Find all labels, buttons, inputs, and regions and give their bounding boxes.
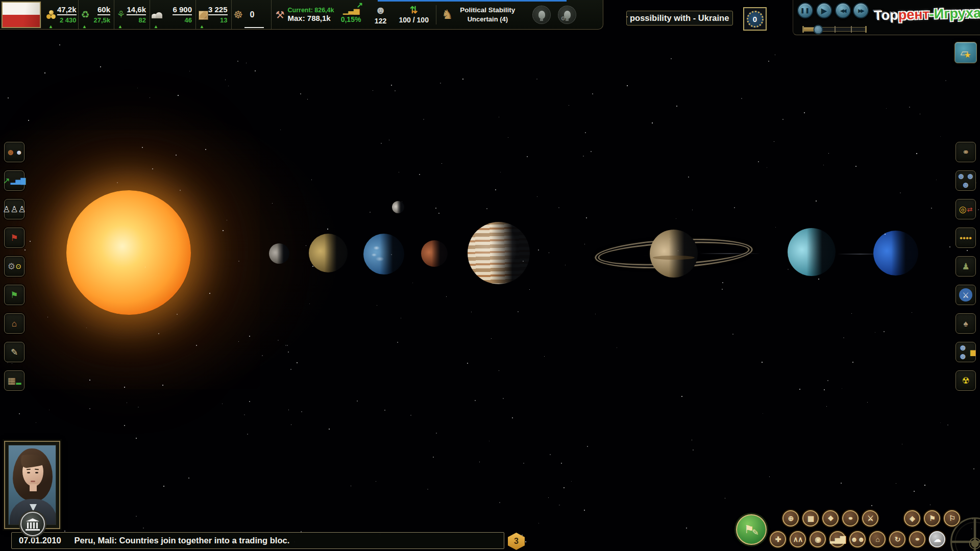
resource-value: 14,6k	[127, 5, 146, 15]
star	[178, 95, 179, 96]
poland-flag[interactable]	[2, 2, 41, 28]
sidebar-budget[interactable]: ▦ ▂	[4, 370, 24, 391]
map-mode-world[interactable]: ⊕	[782, 510, 799, 527]
political-stability[interactable]: ♞ Political Stability Uncertain (4)	[442, 6, 518, 23]
government-building-badge[interactable]	[20, 512, 45, 536]
news-count: 3	[514, 537, 519, 546]
star	[399, 172, 399, 172]
capacity-value: 100 / 100	[399, 16, 429, 24]
star	[479, 462, 480, 462]
star	[376, 481, 376, 482]
map-mode-icon: ⚐	[949, 515, 955, 522]
sidebar-wars[interactable]: ⚔	[955, 285, 976, 305]
sidebar-icon-extra: ☻	[16, 149, 23, 156]
sidebar-icon: ♙♙♙	[3, 205, 26, 214]
star	[351, 486, 351, 486]
sidebar-icon-extra: ▂	[16, 378, 21, 384]
sidebar-laws[interactable]: ✎	[4, 342, 24, 362]
star	[391, 85, 392, 86]
resource-renewables[interactable]: ♻ ▲ 60k 27,5k	[79, 0, 114, 29]
star	[86, 328, 87, 328]
map-mode-row2: ✚ ∧∧ ◉ ▂▅▇ ☻☻ ⌂ ↻ ⚭ ☁	[770, 531, 945, 547]
growth-indicator[interactable]: ▁▃▅ ↗ 0,15%	[340, 6, 362, 24]
star	[722, 282, 723, 283]
star	[688, 177, 689, 178]
map-mode-technology[interactable]: ▦	[802, 510, 819, 527]
star	[136, 516, 137, 517]
news-message: Peru, Mali: Countries join together into…	[75, 536, 290, 545]
sidebar-trade[interactable]: ◎ ⇄	[955, 199, 976, 219]
game-speed-slider[interactable]	[802, 27, 867, 32]
sidebar-population[interactable]: ♙♙♙	[4, 199, 24, 219]
map-mode-relations[interactable]: ⚭	[842, 510, 859, 527]
map-mode-icon: ✚	[775, 536, 781, 543]
workforce-indicator[interactable]: ⚒ Current: 826,4k Max: 788,1k	[272, 7, 333, 22]
star	[617, 347, 617, 348]
advisor-portrait[interactable]	[4, 441, 60, 529]
map-mode-espionage[interactable]: ◉	[810, 531, 826, 547]
idea-gear-bulb-button[interactable]: ⚙	[558, 6, 576, 24]
sidebar-construction[interactable]: ⌂	[4, 313, 24, 334]
notification-progress-line	[378, 0, 567, 2]
war-possibility-ticker[interactable]: r possibility with - Ukraine	[626, 11, 733, 26]
star	[561, 463, 562, 464]
solar-system-map[interactable]	[0, 0, 980, 551]
slider-cap	[802, 26, 804, 33]
resource-shipping[interactable]: ☸ 0	[232, 0, 272, 29]
map-mode-economy[interactable]: ▂▅▇	[829, 531, 846, 547]
rewind-button[interactable]: ◀◀	[835, 3, 851, 18]
star	[309, 304, 310, 304]
map-mode-regions[interactable]: ✚	[770, 531, 786, 547]
sidebar-government[interactable]: ☻ ☻	[4, 142, 24, 162]
star	[427, 489, 428, 490]
trend-up-icon: ▲	[200, 24, 204, 29]
map-paint-mode-button[interactable]: ⚑ ✎	[736, 514, 767, 545]
sidebar-politics[interactable]: ⚑	[4, 285, 24, 305]
star	[436, 433, 437, 434]
map-mode-icon: ⚔	[867, 515, 873, 522]
resource-goods[interactable]: ▲ 3 225 13	[196, 0, 232, 29]
idea-bulb-button[interactable]	[532, 6, 551, 24]
star	[558, 207, 559, 208]
head-icon: ☻	[375, 4, 386, 16]
map-mode-claims[interactable]: ⚐	[944, 510, 960, 527]
research-heads-indicator[interactable]: ☻ 122	[370, 4, 392, 24]
star	[209, 293, 210, 294]
pause-button[interactable]: ❚❚	[797, 3, 813, 18]
sidebar-military[interactable]: ♟	[955, 256, 976, 277]
fast-forward-button[interactable]: ▶▶	[853, 3, 869, 18]
map-mode-alliances[interactable]: ⚭	[909, 531, 925, 547]
resource-minerals[interactable]: ▲ 6 900 46	[150, 0, 196, 29]
capacity-indicator[interactable]: ⇅ 100 / 100	[399, 5, 429, 24]
events-notification-button[interactable]: ▱ ★	[954, 42, 977, 63]
resource-agriculture[interactable]: ⚘ ▲ 14,6k 82	[114, 0, 150, 29]
map-mode-factions[interactable]: ❖	[822, 510, 839, 527]
map-mode-population[interactable]: ☻☻	[849, 531, 866, 547]
map-mode-government[interactable]: ⌂	[869, 531, 886, 547]
sidebar-economy[interactable]: ↗ ▂▅▇	[4, 170, 24, 191]
play-button[interactable]: ▶	[816, 3, 832, 18]
sidebar-research[interactable]: ⚙ ʘ	[4, 256, 24, 277]
sidebar-nuclear[interactable]: ☢	[955, 370, 976, 391]
map-mode-trade[interactable]: ↻	[889, 531, 905, 547]
sidebar-missions[interactable]: ⚑	[4, 228, 24, 248]
map-mode-weather[interactable]: ☁	[929, 531, 945, 547]
sidebar-espionage[interactable]: ♠	[955, 313, 976, 334]
map-mode-resources[interactable]: ◈	[904, 510, 920, 527]
star	[89, 380, 90, 381]
sidebar-more[interactable]: ••••	[955, 228, 976, 248]
news-ticker[interactable]: 07.01.2010 Peru, Mali: Countries join to…	[11, 532, 504, 549]
portrait-eye	[35, 472, 38, 473]
sidebar-elections[interactable]: ☻☻ ▆	[955, 342, 976, 362]
torrent-igruha-watermark: Торрент-Игруха.Орг	[874, 5, 980, 24]
map-mode-ranks[interactable]: ∧∧	[790, 531, 806, 547]
sidebar-organizations[interactable]: ☻☻☻	[955, 170, 976, 191]
map-mode-military[interactable]: ⚔	[862, 510, 878, 527]
star	[300, 93, 301, 94]
resource-money[interactable]: ▲ 47,2k 2 430	[45, 0, 79, 29]
star	[278, 340, 279, 341]
slider-handle[interactable]	[813, 24, 823, 34]
map-mode-influence[interactable]: ⚑	[924, 510, 940, 527]
war-counter-button[interactable]: 0	[743, 7, 767, 31]
sidebar-diplomacy[interactable]: ⚭	[955, 142, 976, 162]
